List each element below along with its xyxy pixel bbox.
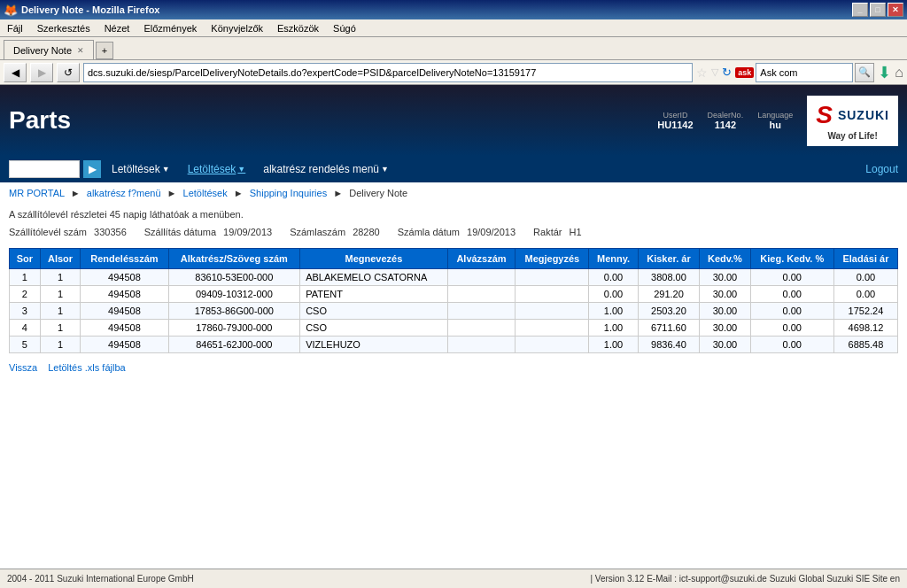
value-szallitolevel: 330356 [94,227,127,237]
col-kieg-kedv: Kieg. Kedv. % [750,249,833,269]
statusbar: 2004 - 2011 Suzuki International Europe … [0,569,907,588]
breadcrumb: MR PORTAL ► alkatrész f?menü ► Letöltése… [0,182,907,204]
statusbar-left: 2004 - 2011 Suzuki International Europe … [7,574,194,584]
menu-help[interactable]: Súgó [329,22,360,35]
search-box: ask 🔍 [735,63,874,82]
search-input[interactable] [756,63,853,82]
dealerno-label: DealerNo. [708,111,744,120]
table-cell: 1 [40,269,81,286]
firefox-icon: 🦊 [4,4,18,17]
table-row: 3149450817853-86G00-000CSO1.002503.2030.… [10,303,898,320]
tab-close-button[interactable]: ✕ [77,46,84,55]
table-cell [447,337,516,353]
breadcrumb-current: Delivery Note [349,188,407,198]
address-input[interactable] [83,63,693,82]
forward-button[interactable]: ▶ [30,63,53,82]
table-cell: 30.00 [700,286,751,303]
statusbar-right: | Version 3.12 E-Mail : ict-support@suzu… [590,574,900,584]
info-text: A szállítólevél részletei 45 napig látha… [9,209,898,220]
table-cell: 6885.48 [833,337,897,353]
label-szallitas-datum: Szállítás dátuma [144,227,216,237]
download-icon[interactable]: ⬇ [878,63,891,82]
table-cell: 30.00 [700,269,751,286]
table-cell: 0.00 [750,320,833,337]
back-link[interactable]: Vissza [9,362,37,373]
table-cell [447,303,516,320]
breadcrumb-alkatresz[interactable]: alkatrész f?menü [87,188,161,198]
table-cell: 3 [10,303,41,320]
breadcrumb-letoltesek[interactable]: Letöltések [183,188,228,198]
table-cell [516,269,589,286]
home-button[interactable]: ⌂ [895,65,903,81]
table-cell: 0.00 [750,286,833,303]
download-xls-link[interactable]: Letöltés .xls fájlba [48,362,125,373]
table-cell: 83610-53E00-000 [168,269,300,286]
dealerno-value: 1142 [708,120,744,130]
delivery-info: Szállítólevél szám 330356 Szállítás dátu… [9,227,898,237]
table-cell: 17860-79J00-000 [168,320,300,337]
nav-search-input[interactable] [9,160,80,178]
table-cell [516,303,589,320]
userid-value: HU1142 [657,120,693,130]
minimize-button[interactable]: _ [852,3,868,17]
maximize-button[interactable]: □ [870,3,886,17]
nav-menu-letoltesek-2[interactable]: Letöltések ▼ [181,163,253,175]
table-cell: 4 [10,320,41,337]
suzuki-logo: S SUZUKI Way of Life! [807,96,898,146]
table-cell: 09409-10312-000 [168,286,300,303]
logout-button[interactable]: Logout [865,163,898,175]
nav-search-button[interactable]: ▶ [83,160,101,178]
label-raktar: Raktár [533,227,562,237]
menu-bookmarks[interactable]: Könyvjelzők [207,22,267,35]
table-cell: 1 [40,303,81,320]
table-cell: CSO [300,303,447,320]
rss-icon: ▽ [711,66,718,78]
search-button[interactable]: 🔍 [855,63,874,82]
table-cell: 0.00 [750,303,833,320]
addressbar: ◀ ▶ ↺ ☆ ▽ ↻ ask 🔍 ⬇ ⌂ [0,60,907,85]
dropdown-arrow-3: ▼ [381,165,389,174]
site-title: Parts [9,106,71,135]
menu-tools[interactable]: Eszközök [274,22,322,35]
dropdown-arrow-1: ▼ [162,165,170,174]
menu-view[interactable]: Nézet [101,22,134,35]
table-cell: 494508 [81,337,168,353]
tab-delivery-note[interactable]: Delivery Note ✕ [4,40,94,59]
table-cell [447,286,516,303]
bookmark-star-icon[interactable]: ☆ [696,66,708,80]
nav-bar: ▶ Letöltések ▼ Letöltések ▼ alkatrész re… [0,156,907,182]
table-cell [516,320,589,337]
table-cell: VIZLEHUZO [300,337,447,353]
language-value: hu [757,120,793,130]
breadcrumb-mrportal[interactable]: MR PORTAL [9,188,65,198]
table-cell [447,269,516,286]
close-button[interactable]: ✕ [888,3,903,17]
table-cell: 1 [40,286,81,303]
way-of-life-text: Way of Life! [827,131,877,141]
table-cell: 494508 [81,320,168,337]
table-cell: 494508 [81,303,168,320]
refresh-icon[interactable]: ↻ [722,66,732,79]
menu-file[interactable]: Fájl [4,22,27,35]
table-cell: 291.20 [638,286,699,303]
breadcrumb-shipping[interactable]: Shipping Inquiries [250,188,327,198]
value-szamla-datum: 19/09/2013 [467,227,516,237]
menu-edit[interactable]: Szerkesztés [34,22,94,35]
table-cell: 0.00 [833,269,897,286]
reload-button[interactable]: ↺ [57,63,80,82]
table-cell: 17853-86G00-000 [168,303,300,320]
nav-menu-letoltesek-1[interactable]: Letöltések ▼ [105,163,177,175]
new-tab-button[interactable]: + [96,42,113,59]
table-row: 5149450884651-62J00-000VIZLEHUZO1.009836… [10,337,898,353]
nav-menu-alkatresz[interactable]: alkatrész rendelés menü ▼ [256,163,396,175]
table-cell: 1 [40,337,81,353]
dropdown-arrow-2: ▼ [237,165,245,174]
table-cell: CSO [300,320,447,337]
window-titlebar: 🦊 Delivery Note - Mozilla Firefox _ □ ✕ [0,0,907,19]
delivery-table: Sor Alsor Rendelésszám Alkatrész/Szöveg … [9,248,898,353]
table-cell: 1.00 [589,303,639,320]
menu-history[interactable]: Előzmények [140,22,200,35]
table-cell: 1.00 [589,320,639,337]
back-button[interactable]: ◀ [4,63,27,82]
table-cell: 1.00 [589,337,639,353]
